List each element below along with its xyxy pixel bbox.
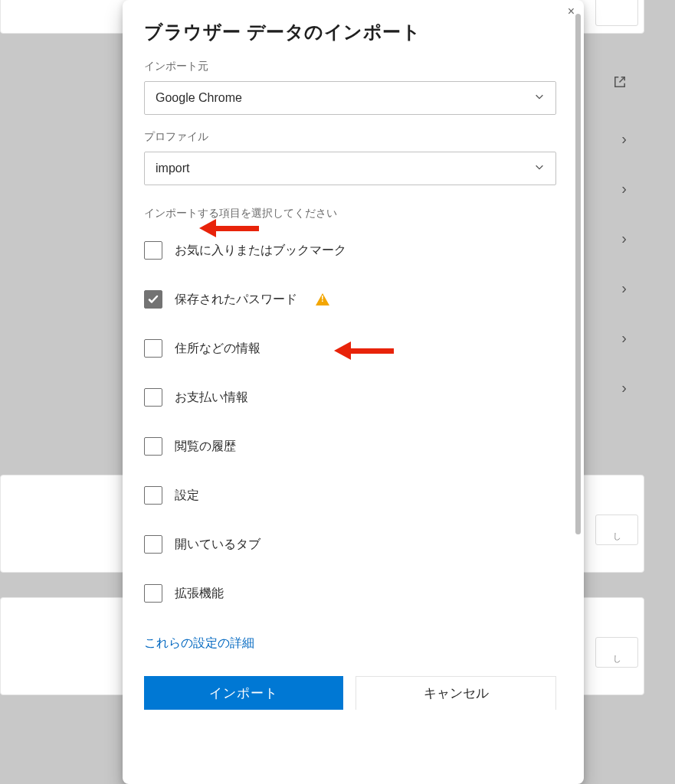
import-item-label: 閲覧の履歴 [175,439,236,455]
bg-small-button: し [595,637,638,668]
checkbox[interactable] [144,290,162,309]
import-item-label: お気に入りまたはブックマーク [175,243,346,259]
checkbox[interactable] [144,437,162,456]
annotation-arrow [199,219,259,237]
import-items-list: お気に入りまたはブックマーク保存されたパスワード住所などの情報お支払い情報閲覧の… [144,237,556,606]
import-source-value: Google Chrome [156,91,242,105]
import-item-label: 設定 [175,488,199,504]
import-item-label: 開いているタブ [175,537,260,553]
scrollbar[interactable] [575,14,581,534]
checkbox[interactable] [144,584,162,603]
cancel-button[interactable]: キャンセル [356,676,556,710]
profile-value: import [156,162,189,175]
annotation-arrow [334,341,394,360]
import-item-row[interactable]: 拡張機能 [144,580,556,606]
bg-small-button: し [595,514,638,545]
checkbox[interactable] [144,486,162,505]
close-icon[interactable]: × [568,5,575,18]
bg-chevron-column: › › › › › › [621,130,627,397]
import-button[interactable]: インポート [144,676,343,710]
import-item-row[interactable]: お気に入りまたはブックマーク [144,237,556,263]
import-item-row[interactable]: 設定 [144,482,556,508]
import-source-label: インポート元 [144,60,556,74]
import-browser-data-modal: × ブラウザー データのインポート インポート元 Google Chrome プ… [123,0,584,784]
chevron-right-icon[interactable]: › [621,180,627,198]
import-item-label: 拡張機能 [175,586,224,602]
import-item-label: お支払い情報 [175,390,248,406]
import-item-row[interactable]: お支払い情報 [144,384,556,410]
import-item-label: 住所などの情報 [175,341,260,357]
chevron-right-icon[interactable]: › [621,329,627,347]
bg-small-button [595,0,638,26]
profile-select[interactable]: import [144,152,556,185]
chevron-down-icon [534,91,545,105]
modal-title: ブラウザー データのインポート [144,20,556,44]
checkbox[interactable] [144,535,162,554]
chevron-right-icon[interactable]: › [621,230,627,247]
profile-label: プロファイル [144,130,556,144]
chevron-right-icon[interactable]: › [621,379,627,397]
import-item-row[interactable]: 保存されたパスワード [144,286,556,312]
import-item-row[interactable]: 開いているタブ [144,531,556,557]
settings-details-link[interactable]: これらの設定の詳細 [144,635,254,652]
import-source-select[interactable]: Google Chrome [144,81,556,115]
warning-icon [316,293,329,305]
import-item-row[interactable]: 閲覧の履歴 [144,433,556,459]
chevron-down-icon [534,162,545,175]
chevron-right-icon[interactable]: › [621,130,627,148]
popout-icon[interactable] [613,75,627,92]
chevron-right-icon[interactable]: › [621,279,627,297]
checkbox[interactable] [144,339,162,358]
import-item-label: 保存されたパスワード [175,292,297,308]
checkbox[interactable] [144,241,162,260]
checkbox[interactable] [144,388,162,407]
